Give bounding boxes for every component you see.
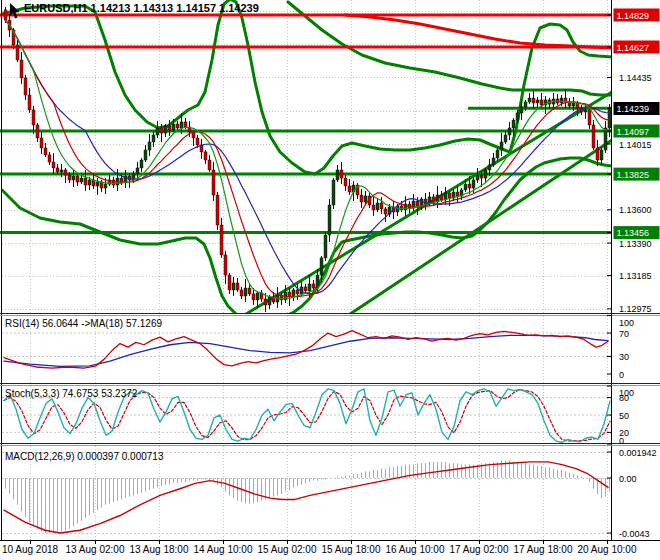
bear-candle <box>592 125 595 148</box>
bull-candle <box>464 184 467 190</box>
bear-candle <box>56 168 59 172</box>
bear-candle <box>312 284 315 288</box>
time-axis-label: 15 Aug 02:00 <box>258 544 317 555</box>
bull-candle <box>336 170 339 180</box>
bear-candle <box>380 203 383 209</box>
bull-candle <box>476 175 479 180</box>
bear-candle <box>532 98 535 103</box>
bull-candle <box>80 178 83 182</box>
bull-candle <box>156 128 159 135</box>
bull-candle <box>512 120 515 128</box>
price-axis-label: 1.13390 <box>619 239 652 249</box>
stoch-scale-label: 0 <box>619 436 624 446</box>
price-badge-label: 1.14097 <box>617 127 650 137</box>
bear-candle <box>28 95 31 110</box>
bear-candle <box>468 184 471 188</box>
bull-candle <box>492 158 495 165</box>
bear-candle <box>344 178 347 186</box>
bull-candle <box>136 168 139 174</box>
time-axis-label: 14 Aug 10:00 <box>194 544 253 555</box>
time-axis-label: 10 Aug 2018 <box>2 544 59 555</box>
bear-candle <box>84 178 87 185</box>
rsi-label: RSI(14) 56.0644 ->MA(18) 57.1269 <box>5 318 162 329</box>
time-axis-label: 16 Aug 10:00 <box>386 544 445 555</box>
bull-candle <box>96 182 99 186</box>
price-axis-label: 1.14015 <box>619 140 652 150</box>
bull-candle <box>516 113 519 120</box>
trading-chart[interactable]: 1.144351.140151.136001.133901.131851.129… <box>0 0 660 560</box>
bull-candle <box>484 170 487 178</box>
bear-candle <box>224 255 227 275</box>
bull-candle <box>256 293 259 300</box>
time-axis-label: 20 Aug 10:00 <box>578 544 637 555</box>
bear-candle <box>264 299 267 305</box>
time-axis-label: 17 Aug 02:00 <box>450 544 509 555</box>
bull-candle <box>268 297 271 305</box>
bear-candle <box>184 122 187 127</box>
bear-candle <box>16 45 19 60</box>
bull-candle <box>528 98 531 102</box>
chart-title: EURUSD,H1 1.14213 1.14313 1.14157 1.1423… <box>24 2 259 14</box>
bear-candle <box>448 193 451 198</box>
time-axis-label: 15 Aug 18:00 <box>322 544 381 555</box>
bull-candle <box>332 180 335 205</box>
bear-candle <box>440 195 443 200</box>
bull-candle <box>560 98 563 103</box>
bull-candle <box>88 180 91 185</box>
bull-candle <box>500 142 503 150</box>
bear-candle <box>240 290 243 296</box>
price-badge-label: 1.14239 <box>617 104 650 114</box>
price-badge-label: 1.13456 <box>617 228 650 238</box>
bull-candle <box>488 165 491 170</box>
bear-candle <box>36 125 39 138</box>
bull-candle <box>172 124 175 130</box>
price-badge-label: 1.13825 <box>617 170 650 180</box>
rsi-scale-label: 100 <box>619 318 634 328</box>
bull-candle <box>152 135 155 142</box>
bull-candle <box>600 150 603 160</box>
bull-candle <box>244 288 247 296</box>
bull-candle <box>320 258 323 275</box>
bear-candle <box>176 124 179 128</box>
price-badge-label: 1.14627 <box>617 43 650 53</box>
bull-candle <box>604 128 607 150</box>
bull-candle <box>608 108 611 128</box>
bear-candle <box>372 205 375 210</box>
bull-candle <box>104 184 107 188</box>
bear-candle <box>48 155 51 162</box>
price-axis-label: 1.12975 <box>619 304 652 314</box>
bull-candle <box>364 196 367 202</box>
bull-candle <box>180 122 183 128</box>
bull-candle <box>60 170 63 172</box>
bear-candle <box>196 138 199 145</box>
bear-candle <box>52 162 55 168</box>
bull-candle <box>164 126 167 133</box>
chart-window: 1.144351.140151.136001.133901.131851.129… <box>0 0 660 560</box>
stoch-scale-label: 80 <box>619 393 629 403</box>
bull-candle <box>572 103 575 106</box>
bear-candle <box>68 175 71 180</box>
macd-scale-label: -0.0043 <box>619 529 650 539</box>
bull-candle <box>324 235 327 258</box>
bear-candle <box>480 175 483 178</box>
bull-candle <box>144 150 147 160</box>
price-axis-label: 1.13185 <box>619 271 652 281</box>
bear-candle <box>588 110 591 125</box>
bear-candle <box>416 201 419 206</box>
bull-candle <box>508 128 511 135</box>
bull-candle <box>148 142 151 150</box>
bear-candle <box>160 128 163 133</box>
bear-candle <box>32 110 35 125</box>
macd-scale-label: 0.001942 <box>619 448 657 458</box>
bear-candle <box>432 197 435 202</box>
bear-candle <box>296 290 299 294</box>
bear-candle <box>216 195 219 225</box>
time-axis-label: 17 Aug 18:00 <box>514 544 573 555</box>
macd-label: MACD(12,26,9) 0.000397 0.000713 <box>5 451 164 462</box>
bear-candle <box>252 294 255 300</box>
bear-candle <box>248 288 251 294</box>
time-axis-label: 13 Aug 18:00 <box>130 544 189 555</box>
bear-candle <box>360 195 363 202</box>
bull-candle <box>520 107 523 113</box>
time-axis-label: 13 Aug 02:00 <box>66 544 125 555</box>
